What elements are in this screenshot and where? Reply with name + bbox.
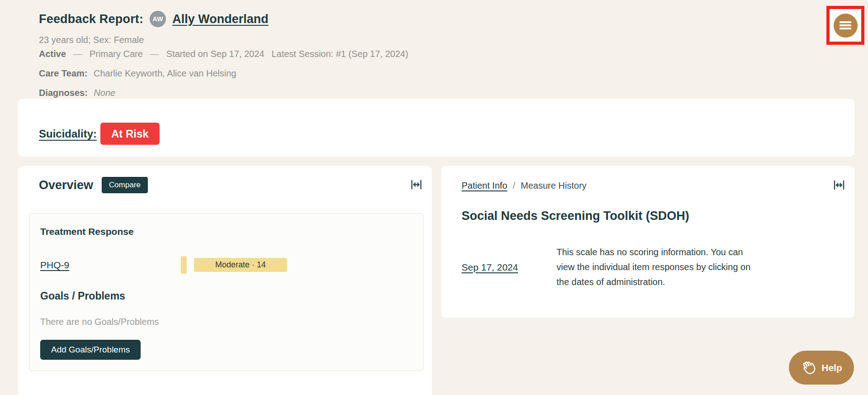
latest-session: Latest Session: #1 (Sep 17, 2024) (272, 47, 408, 61)
measure-row: PHQ-9 Moderate · 14 (40, 256, 412, 274)
care-type: Primary Care (90, 47, 143, 61)
care-team-row: Care Team: Charlie Keyworth, Alice van H… (39, 67, 408, 80)
overview-card: Overview Compare Treatment Response PHQ-… (18, 166, 432, 395)
patient-demographics: 23 years old; Sex: Female (39, 33, 408, 47)
entry-date: Sep 17, 2024 (462, 262, 557, 273)
suicidality-link[interactable]: Suicidality: (39, 128, 97, 140)
score-badge: Moderate · 14 (194, 258, 287, 272)
diagnoses-row: Diagnoses: None (39, 86, 408, 100)
add-goals-button[interactable]: Add Goals/Problems (40, 340, 141, 360)
expand-width-button[interactable] (409, 177, 424, 193)
phq9-link[interactable]: PHQ-9 (40, 260, 69, 271)
score-group: Moderate · 14 (181, 256, 287, 274)
treatment-response-panel: Treatment Response PHQ-9 Moderate · 14 G… (29, 213, 424, 371)
patient-status: Active (39, 47, 66, 61)
expand-width-icon (833, 179, 845, 191)
care-team-names: Charlie Keyworth, Alice van Helsing (94, 68, 236, 78)
breadcrumb: Patient Info / Measure History (462, 181, 586, 191)
page-title: Feedback Report: (39, 12, 143, 26)
separator-dash: — (73, 47, 82, 61)
breadcrumb-patient-info[interactable]: Patient Info (462, 181, 507, 191)
measure-entry-row: Sep 17, 2024 This scale has no scoring i… (441, 245, 854, 290)
patient-name-link[interactable]: Ally Wonderland (172, 12, 269, 26)
measure-history-card: Patient Info / Measure History Social Ne… (441, 166, 854, 318)
measure-title: Social Needs Screening Toolkit (SDOH) (441, 209, 854, 223)
waving-hand-icon (801, 360, 816, 376)
diagnoses-label: Diagnoses: (39, 88, 88, 98)
diagnoses-value: None (94, 88, 115, 98)
separator-dash: — (150, 47, 159, 61)
help-label: Help (821, 362, 842, 373)
score-tick (181, 256, 187, 274)
report-header: Feedback Report: AW Ally Wonderland 23 y… (39, 11, 408, 100)
overview-title: Overview (39, 178, 93, 192)
goals-empty-message: There are no Goals/Problems (40, 317, 412, 327)
suicidality-card: Suicidality: At Risk (18, 99, 854, 157)
expand-width-button[interactable] (832, 178, 846, 194)
patient-status-row: Active — Primary Care — Started on Sep 1… (39, 47, 408, 61)
entry-note: This scale has no scoring information. Y… (557, 245, 755, 290)
breadcrumb-separator: / (513, 181, 515, 191)
goals-title: Goals / Problems (40, 290, 412, 302)
compare-button[interactable]: Compare (102, 177, 148, 193)
menu-button[interactable] (834, 14, 858, 38)
expand-width-icon (410, 178, 423, 191)
care-team-label: Care Team: (39, 68, 87, 78)
suicidality-status-badge[interactable]: At Risk (100, 123, 160, 145)
treatment-response-title: Treatment Response (40, 226, 412, 237)
started-date: Started on Sep 17, 2024 (166, 47, 264, 61)
breadcrumb-current: Measure History (521, 181, 587, 191)
avatar: AW (150, 11, 166, 27)
help-button[interactable]: Help (789, 351, 854, 385)
menu-icon (840, 21, 851, 23)
entry-date-link[interactable]: Sep 17, 2024 (462, 262, 518, 272)
menu-highlight-box (826, 6, 864, 45)
